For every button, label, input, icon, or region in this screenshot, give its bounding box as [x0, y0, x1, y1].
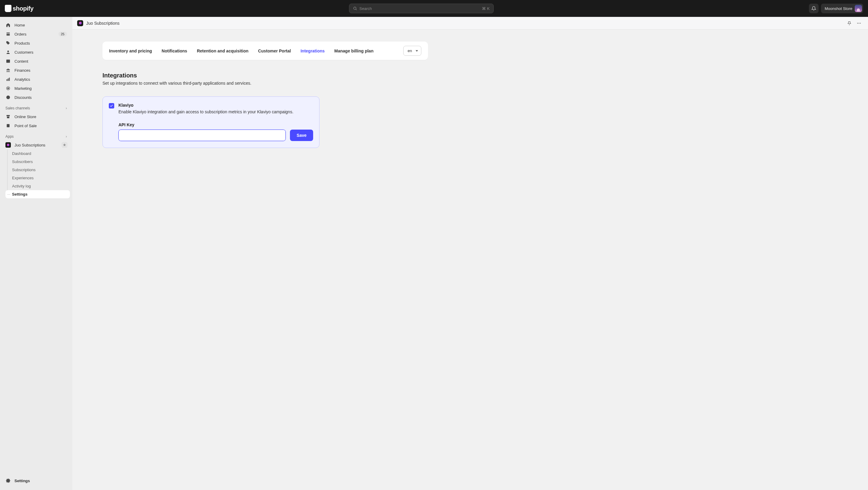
integration-card-klaviyo: Klaviyo Enable Klaviyo integration and g… — [102, 96, 319, 148]
sidebar-item-discounts[interactable]: Discounts — [2, 93, 70, 102]
sidebar-item-juo-subscriptions[interactable]: Juo Subscriptions — [2, 141, 70, 150]
topbar-center: Search ⌘ K — [33, 4, 809, 13]
nav-label: Products — [14, 41, 30, 45]
svg-rect-3 — [6, 60, 10, 63]
settings-tabs: Inventory and pricing Notifications Rete… — [102, 41, 428, 60]
tab-label: Inventory and pricing — [109, 49, 152, 53]
sidebar-item-orders[interactable]: Orders 25 — [2, 30, 70, 38]
primary-nav: Home Orders 25 Products Customers Conten… — [0, 21, 72, 102]
tab-label: Customer Portal — [258, 49, 291, 53]
sidebar-item-finances[interactable]: Finances — [2, 66, 70, 75]
tab-notifications[interactable]: Notifications — [161, 47, 187, 55]
check-icon — [110, 104, 113, 108]
store-name: Moonshot Store — [825, 6, 852, 11]
logo-text: shopify — [13, 5, 33, 12]
nav-label: Finances — [14, 68, 30, 73]
page-header: Juo Subscriptions — [72, 17, 868, 30]
api-key-row: Save — [119, 130, 313, 141]
tab-manage-billing-plan[interactable]: Manage billing plan — [334, 47, 373, 55]
chevron-right-icon: › — [66, 106, 67, 110]
sidebar-item-settings[interactable]: Settings — [2, 476, 70, 485]
search-placeholder: Search — [360, 6, 482, 11]
pin-button[interactable] — [61, 142, 67, 148]
section-description: Set up integrations to connect with vari… — [102, 81, 428, 86]
nav-label: Marketing — [14, 86, 32, 91]
nav-label: Online Store — [14, 115, 36, 119]
pos-icon — [5, 123, 11, 128]
subnav-dashboard[interactable]: Dashboard — [5, 150, 70, 158]
klaviyo-enable-checkbox[interactable] — [109, 103, 114, 109]
subnav-subscribers[interactable]: Subscribers — [5, 158, 70, 166]
subnav-label: Activity log — [12, 184, 31, 188]
integration-header: Klaviyo Enable Klaviyo integration and g… — [109, 103, 313, 115]
save-button[interactable]: Save — [290, 130, 313, 141]
svg-point-8 — [7, 88, 9, 89]
target-icon — [5, 86, 11, 91]
tab-label: Notifications — [161, 49, 187, 53]
sidebar-item-online-store[interactable]: Online Store — [2, 112, 70, 121]
store-icon — [5, 114, 11, 119]
tab-inventory-pricing[interactable]: Inventory and pricing — [109, 47, 152, 55]
nav-label: Settings — [14, 479, 30, 483]
tab-integrations[interactable]: Integrations — [301, 47, 324, 55]
sidebar-item-home[interactable]: Home — [2, 21, 70, 30]
svg-point-2 — [7, 51, 9, 52]
pin-page-button[interactable] — [845, 19, 854, 27]
integration-title: Klaviyo — [119, 103, 293, 108]
store-switcher[interactable]: Moonshot Store — [821, 4, 863, 13]
shopify-bag-icon — [5, 5, 11, 12]
api-key-input[interactable] — [119, 130, 286, 141]
sidebar-item-analytics[interactable]: Analytics — [2, 75, 70, 84]
section-apps[interactable]: Apps › — [0, 130, 72, 141]
orders-icon — [5, 31, 11, 37]
subnav-activity-log[interactable]: Activity log — [5, 182, 70, 190]
nav-label: Point of Sale — [14, 124, 37, 128]
more-actions-button[interactable] — [855, 19, 863, 27]
bell-icon — [811, 6, 816, 11]
tab-label: Retention and acquisition — [197, 49, 248, 53]
section-title: Integrations — [102, 72, 428, 79]
section-sales-channels[interactable]: Sales channels › — [0, 102, 72, 112]
tab-label: Manage billing plan — [334, 49, 373, 53]
nav-label: Analytics — [14, 77, 30, 82]
sidebar-item-customers[interactable]: Customers — [2, 48, 70, 57]
nav-label: Content — [14, 59, 28, 64]
app-subnav: Dashboard Subscribers Subscriptions Expe… — [0, 150, 72, 198]
subnav-experiences[interactable]: Experiences — [5, 174, 70, 182]
notifications-button[interactable] — [809, 4, 818, 13]
sidebar-item-content[interactable]: Content — [2, 57, 70, 66]
svg-point-0 — [353, 7, 356, 9]
nav-label: Juo Subscriptions — [14, 143, 45, 147]
search-icon — [353, 6, 357, 10]
subnav-settings[interactable]: Settings — [5, 190, 70, 198]
section-label: Sales channels — [5, 106, 30, 110]
juo-app-icon — [5, 142, 11, 148]
svg-rect-5 — [8, 78, 9, 81]
svg-point-9 — [6, 95, 10, 99]
nav-label: Orders — [14, 32, 27, 36]
person-icon — [5, 50, 11, 55]
tab-retention-acquisition[interactable]: Retention and acquisition — [197, 47, 248, 55]
svg-rect-4 — [7, 79, 7, 81]
chart-icon — [5, 76, 11, 82]
home-icon — [5, 22, 11, 28]
topbar-right: Moonshot Store — [809, 4, 863, 13]
sidebar-item-products[interactable]: Products — [2, 38, 70, 48]
tab-customer-portal[interactable]: Customer Portal — [258, 47, 291, 55]
subnav-subscriptions[interactable]: Subscriptions — [5, 166, 70, 174]
nav-label: Customers — [14, 50, 33, 55]
integration-body: API Key Save — [109, 122, 313, 141]
chevron-right-icon: › — [66, 134, 67, 139]
sidebar-item-marketing[interactable]: Marketing — [2, 84, 70, 93]
language-select[interactable]: en — [403, 46, 421, 56]
logo[interactable]: shopify — [5, 5, 33, 12]
search-input[interactable]: Search ⌘ K — [349, 4, 494, 13]
integration-description: Enable Klaviyo integration and gain acce… — [119, 109, 293, 115]
bank-icon — [5, 67, 11, 73]
page-header-actions — [845, 19, 863, 27]
juo-app-icon — [77, 20, 83, 26]
tag-icon — [5, 40, 11, 46]
sidebar-item-point-of-sale[interactable]: Point of Sale — [2, 121, 70, 130]
svg-rect-6 — [9, 78, 10, 81]
avatar — [855, 5, 862, 12]
